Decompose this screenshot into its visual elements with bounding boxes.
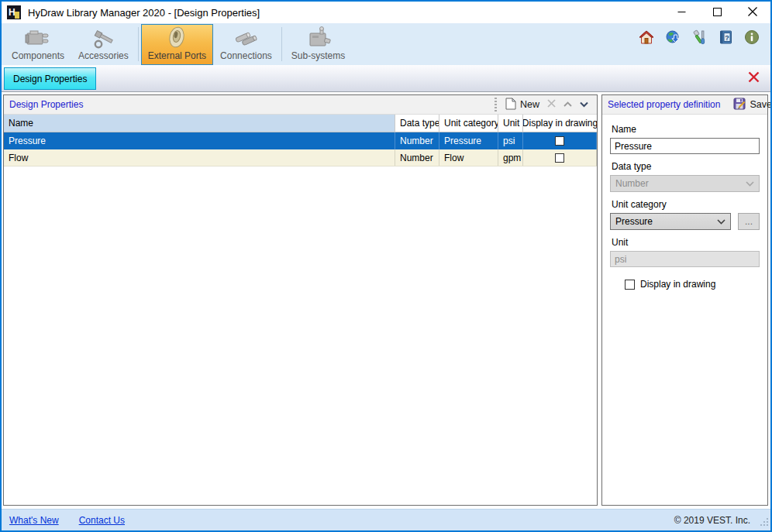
column-header-name[interactable]: Name [4,115,395,132]
delete-button[interactable] [543,97,560,113]
design-properties-panel-header: Design Properties New [4,95,597,115]
status-bar: What's New Contact Us © 2019 VEST. Inc. [2,509,770,530]
main-toolbar: Components Accessories [2,23,770,65]
sub-systems-icon [303,26,334,50]
display-in-drawing-checkbox[interactable] [555,136,564,146]
selected-property-panel: Selected property definition [601,94,768,506]
unit-category-value: Pressure [615,216,653,227]
external-ports-icon [161,26,192,50]
display-in-drawing-checkbox[interactable] [625,280,635,290]
chevron-up-icon [563,99,572,110]
web-update-icon[interactable] [665,29,681,49]
resize-grip[interactable] [760,517,769,529]
svg-text:?: ? [725,34,729,42]
chevron-down-icon [717,216,725,227]
document-tab-strip: Design Properties [2,65,770,92]
minimize-icon [677,5,686,19]
info-icon[interactable] [744,29,760,48]
close-button[interactable] [735,2,770,23]
move-up-button[interactable] [560,97,576,113]
data-type-field-label: Data type [612,161,760,172]
cell-name: Pressure [4,132,395,149]
home-icon[interactable] [639,29,654,48]
toolbar-button-connections[interactable]: Connections [213,24,279,65]
data-type-value: Number [615,178,649,189]
column-header-unit[interactable]: Unit [498,115,523,132]
column-header-display-in-drawing[interactable]: Display in drawing [523,115,597,132]
save-button[interactable]: Save [729,97,772,113]
minimize-button[interactable] [663,2,699,23]
toolbar-button-sub-systems[interactable]: Sub-systems [284,24,352,65]
cell-data-type: Number [395,149,439,166]
display-in-drawing-label: Display in drawing [640,279,715,290]
data-type-dropdown: Number [610,175,760,192]
toolbar-grip [495,98,497,112]
toolbar-button-label: External Ports [148,50,206,61]
app-window: H HyDraw Library Manager 2020 - [Design … [0,0,772,532]
design-properties-panel: Design Properties New [3,94,598,506]
save-button-label: Save [750,99,772,110]
chevron-down-icon [746,178,754,189]
cell-display-in-drawing [523,149,597,166]
cell-unit: gpm [498,149,523,166]
toolbar-separator [138,27,139,61]
property-definition-form: Name Pressure Data type Number Unit cate… [602,115,767,290]
selected-property-panel-header: Selected property definition [602,95,767,115]
whats-new-link[interactable]: What's New [9,515,59,526]
unit-category-row: Pressure ... [610,213,760,230]
title-bar: H HyDraw Library Manager 2020 - [Design … [2,2,770,23]
column-header-data-type[interactable]: Data type [395,115,439,132]
components-icon [22,27,53,50]
toolbar-button-label: Connections [220,50,272,61]
contact-us-link[interactable]: Contact Us [79,515,125,526]
tab-label: Design Properties [13,74,87,84]
window-title: HyDraw Library Manager 2020 - [Design Pr… [28,7,260,19]
toolbar-button-accessories[interactable]: Accessories [71,24,136,65]
toolbar-button-external-ports[interactable]: External Ports [141,24,213,65]
table-row-pressure[interactable]: Pressure Number Pressure psi [4,132,597,149]
unit-field: psi [610,251,760,267]
move-down-button[interactable] [576,97,592,113]
new-document-icon [505,98,516,112]
cell-data-type: Number [395,132,439,149]
cell-unit: psi [498,132,523,149]
connections-icon [230,27,261,50]
new-button-label: New [520,99,539,110]
toolbar-separator [281,27,282,61]
tools-icon[interactable] [692,29,708,48]
toolbar-button-components[interactable]: Components [5,24,71,65]
close-document-icon [748,71,760,86]
toolbar-button-label: Components [12,50,64,61]
copyright-text: © 2019 VEST. Inc. [674,515,763,526]
app-icon: H [7,5,21,19]
table-header-row: Name Data type Unit category Unit Displa… [4,115,597,132]
table-empty-area [4,166,597,505]
save-icon [733,98,746,112]
toolbar-button-label: Accessories [78,50,129,61]
name-field[interactable]: Pressure [610,138,760,154]
cell-unit-category: Flow [439,149,498,166]
content-area: Design Properties New [2,92,770,509]
column-header-unit-category[interactable]: Unit category [439,115,498,132]
unit-category-browse-button[interactable]: ... [738,213,760,230]
display-in-drawing-checkbox[interactable] [555,153,564,163]
unit-category-field-label: Unit category [612,199,760,210]
chevron-down-icon [580,99,588,110]
toolbar-right-icons: ? [639,23,770,54]
name-field-label: Name [612,124,760,135]
unit-category-dropdown[interactable]: Pressure [610,213,731,230]
cell-name: Flow [4,149,395,166]
help-icon[interactable]: ? [719,29,733,48]
tab-design-properties[interactable]: Design Properties [4,67,96,90]
cell-display-in-drawing [523,132,597,149]
unit-field-label: Unit [612,237,760,248]
properties-table: Name Data type Unit category Unit Displa… [4,115,597,166]
table-row-flow[interactable]: Flow Number Flow gpm [4,149,597,166]
cell-unit-category: Pressure [439,132,498,149]
new-button[interactable]: New [501,97,543,113]
maximize-icon [713,5,722,19]
maximize-button[interactable] [699,2,735,23]
close-document-button[interactable] [746,70,761,86]
display-in-drawing-option[interactable]: Display in drawing [625,279,760,290]
panel-title: Design Properties [9,99,83,110]
